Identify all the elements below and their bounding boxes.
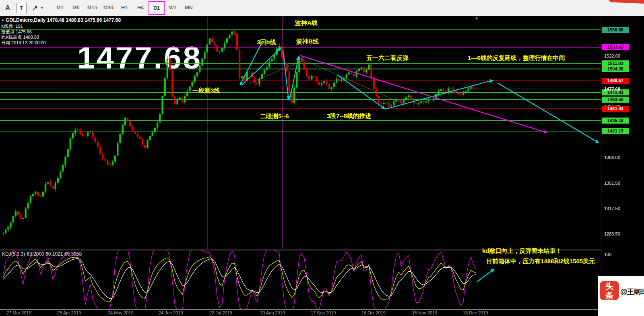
price-level-tag: 1556.86 xyxy=(602,27,629,33)
price-axis[interactable]: 1522.001454.001386.001351.501317.501283.… xyxy=(601,16,644,316)
chart-annotation: 3段7--8线的推进 xyxy=(327,112,371,120)
panel-splitter-bottom[interactable] xyxy=(0,309,601,310)
chart-annotation: 一段测3线 xyxy=(192,87,220,95)
price-level-tag: 1451.03 xyxy=(602,106,629,112)
price-level-tag: 1463.50 xyxy=(602,97,629,103)
symbol-ohlc-text: GOLDmicro,Daily 1478.48 1480.83 1475.66 … xyxy=(6,17,121,23)
date-label: 22 Jul 2019 xyxy=(209,310,232,315)
kdj-annotation: kd敞口向上，反弹暂未结束！ xyxy=(482,247,562,255)
cursor-tool-icon[interactable]: A xyxy=(2,3,13,13)
axis-tick: 1283.50 xyxy=(604,231,620,236)
date-label: 17 Sep 2019 xyxy=(311,310,336,315)
watermark-handle: @王纲球 xyxy=(620,287,644,297)
chart-symbol-header: ▲GOLDmicro,Daily 1478.48 1480.83 1475.66… xyxy=(1,17,121,23)
chevron-down-icon[interactable]: ▾ xyxy=(41,6,43,10)
price-level-tag: 1435.18 xyxy=(602,118,629,124)
text-tool-icon[interactable]: T xyxy=(16,3,27,13)
timeframe-buttons: M1M5M15M30H1H4D1W1MN xyxy=(52,0,197,16)
toutiao-watermark: 头条 @王纲球 xyxy=(598,276,644,316)
price-level-tag: 1421.15 xyxy=(602,128,629,134)
main-chart[interactable]: 1477.68 ▲GOLDmicro,Daily 1478.48 1480.83… xyxy=(0,16,601,250)
date-label: 13 Dec 2019 xyxy=(463,310,488,315)
date-label: 24 May 2019 xyxy=(108,310,134,315)
date-label: 15 Nov 2019 xyxy=(412,310,437,315)
toolbar: A T ↗ ▾ M1M5M15M30H1H4D1W1MN xyxy=(0,0,644,16)
candlestick-chart[interactable] xyxy=(0,16,601,250)
timeframe-m1[interactable]: M1 xyxy=(52,2,68,14)
info-line: 此K线高点 1480.83 xyxy=(1,35,46,40)
date-label: 20 Aug 2019 xyxy=(260,310,285,315)
info-line: 日期 2019.12.20 00:00 xyxy=(1,40,46,46)
chart-annotation: 1---6线的反复延续，整理行情在中间 xyxy=(468,54,565,62)
kdj-label: KDJ(5,3,3)-63.2000 60.1021 69.3958 xyxy=(2,251,82,257)
info-line: K线数 191 xyxy=(1,24,46,29)
timeframe-m15[interactable]: M15 xyxy=(84,2,100,14)
kdj-annotation: 目前箱体中，压力有1488和2线1505美元 xyxy=(486,258,595,265)
time-axis[interactable]: 27 Mar 201925 Apr 201924 May 201924 Jun … xyxy=(0,310,601,316)
chart-annotation: 五一六二看反弹 xyxy=(366,54,409,62)
current-price-label: 1477.68 xyxy=(604,87,620,91)
chart-annotation: 3回b线 xyxy=(257,39,276,46)
axis-tick: 1522.00 xyxy=(604,54,620,58)
date-label: 24 Jun 2019 xyxy=(159,310,183,315)
timeframe-h1[interactable]: H1 xyxy=(116,2,132,14)
price-level-tag: 1488.57 xyxy=(602,78,629,84)
bar-shift-marker-icon: ▼ xyxy=(475,17,479,21)
chart-annotation: 波神A线 xyxy=(295,19,318,27)
date-label: 25 Apr 2019 xyxy=(57,310,81,315)
data-window-overlay: K线数 191最低点 1475.66此K线高点 1480.83日期 2019.1… xyxy=(1,24,46,45)
axis-tick: 1351.50 xyxy=(604,181,620,186)
chart-annotation: 波神B线 xyxy=(296,38,319,45)
timeframe-h4[interactable]: H4 xyxy=(132,2,149,14)
timeframe-d1[interactable]: D1 xyxy=(149,1,165,15)
price-level-tag: 1511.83 xyxy=(602,60,629,66)
toolbar-separator xyxy=(48,3,48,13)
info-line: 最低点 1475.66 xyxy=(1,29,46,35)
date-label: 16 Oct 2019 xyxy=(361,310,386,315)
timeframe-w1[interactable]: W1 xyxy=(165,2,181,14)
axis-tick: 1386.00 xyxy=(604,155,620,160)
toutiao-logo: 头条 xyxy=(600,281,619,300)
timeframe-mn[interactable]: MN xyxy=(181,2,197,14)
collapse-arrow-icon[interactable]: ▲ xyxy=(1,18,4,22)
chart-annotation: 二段测5--6 xyxy=(260,113,289,120)
price-level-tag: 1533.65 xyxy=(602,44,629,50)
timeframe-m5[interactable]: M5 xyxy=(68,2,84,14)
timeframe-m30[interactable]: M30 xyxy=(100,2,116,14)
kdj-scale-tick: 100 xyxy=(604,252,611,257)
trendline-tool-icon[interactable]: ↗ xyxy=(30,3,40,13)
price-level-tag: 1504.38 xyxy=(602,66,629,72)
axis-tick: 1317.50 xyxy=(604,206,620,211)
date-label: 27 Mar 2019 xyxy=(6,310,31,315)
